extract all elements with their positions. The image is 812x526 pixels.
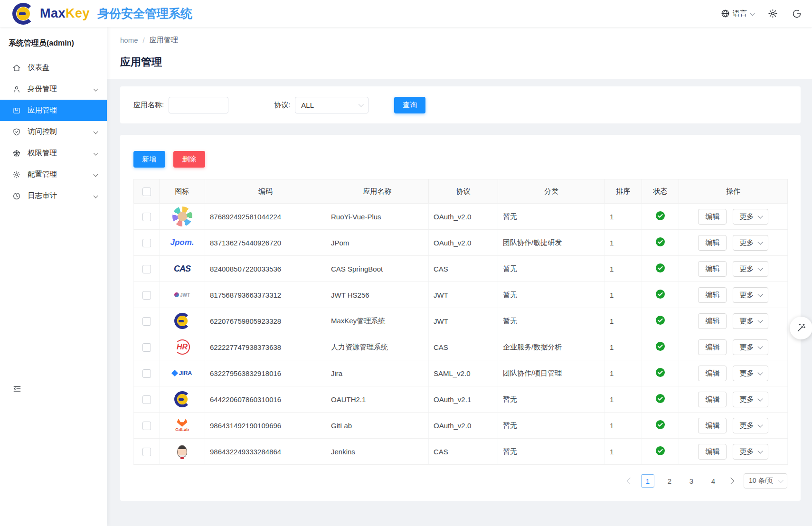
chevron-down-icon — [359, 102, 364, 107]
edit-button[interactable]: 编辑 — [698, 209, 727, 225]
edit-button[interactable]: 编辑 — [698, 287, 727, 303]
delete-button[interactable]: 删除 — [173, 151, 205, 168]
more-button[interactable]: 更多 — [733, 235, 768, 251]
sidebar-item-dashboard[interactable]: 仪表盘 — [0, 57, 107, 78]
status-active-icon — [656, 316, 665, 325]
app-name: MaxKey管理系统 — [326, 308, 429, 334]
sidebar-item-label: 日志审计 — [28, 191, 57, 201]
app-sort: 1 — [605, 282, 642, 308]
page-button-4[interactable]: 4 — [707, 474, 720, 488]
applications-table: 图标 编码 应用名称 协议 分类 排序 状态 操作 87689249258104… — [133, 179, 788, 465]
edit-button[interactable]: 编辑 — [698, 235, 727, 251]
collapse-menu-icon — [12, 384, 22, 394]
sidebar-item-label: 权限管理 — [28, 148, 57, 158]
more-button[interactable]: 更多 — [733, 392, 768, 407]
row-checkbox[interactable] — [142, 369, 151, 378]
row-checkbox[interactable] — [142, 343, 151, 352]
topbar: MaxKey 身份安全管理系统 语言 — [0, 0, 812, 27]
edit-button[interactable]: 编辑 — [698, 366, 727, 381]
more-button[interactable]: 更多 — [733, 209, 768, 225]
edit-button[interactable]: 编辑 — [698, 392, 727, 407]
row-checkbox[interactable] — [142, 422, 151, 430]
table-row: Jpom. 837136275440926720 JPom OAuth_v2.0… — [134, 230, 788, 256]
app-sort: 1 — [605, 360, 642, 386]
search-button[interactable]: 查询 — [394, 97, 425, 113]
app-logo-cas: CAS — [172, 259, 192, 279]
more-button[interactable]: 更多 — [733, 287, 768, 303]
status-active-icon — [656, 263, 665, 272]
status-active-icon — [656, 446, 665, 455]
more-button[interactable]: 更多 — [733, 261, 768, 277]
app-protocol: OAuth_v2.1 — [429, 386, 498, 413]
breadcrumb-home-link[interactable]: home — [120, 36, 138, 44]
edit-button[interactable]: 编辑 — [698, 339, 727, 355]
sidebar-item-configuration[interactable]: 配置管理 — [0, 164, 107, 185]
sidebar-item-audit-log[interactable]: 日志审计 — [0, 185, 107, 207]
sidebar-item-identity[interactable]: 身份管理 — [0, 78, 107, 100]
app-logo-maxkey — [174, 391, 190, 407]
floating-tool-button[interactable] — [790, 317, 812, 339]
row-checkbox[interactable] — [142, 448, 151, 456]
page-size-select[interactable]: 10 条/页 — [744, 473, 787, 488]
app-code: 644220607860310016 — [205, 386, 326, 413]
more-button[interactable]: 更多 — [733, 313, 768, 329]
edit-button[interactable]: 编辑 — [698, 418, 727, 433]
previous-page-icon[interactable] — [627, 478, 633, 484]
status-active-icon — [656, 290, 665, 299]
edit-button[interactable]: 编辑 — [698, 313, 727, 329]
status-active-icon — [656, 420, 665, 429]
sidebar-item-applications[interactable]: 应用管理 — [0, 100, 107, 121]
row-checkbox[interactable] — [142, 291, 151, 300]
more-button[interactable]: 更多 — [733, 444, 768, 460]
access-control-icon — [12, 128, 21, 136]
sidebar: 系统管理员(admin) 仪表盘 身份管理 应用管理 访问控制 — [0, 27, 107, 526]
row-checkbox[interactable] — [142, 213, 151, 221]
row-checkbox[interactable] — [142, 239, 151, 247]
row-checkbox[interactable] — [142, 265, 151, 273]
page-button-2[interactable]: 2 — [663, 474, 676, 488]
sidebar-item-access-control[interactable]: 访问控制 — [0, 121, 107, 142]
magic-wand-icon — [796, 323, 806, 333]
app-sort: 1 — [605, 386, 642, 413]
more-button[interactable]: 更多 — [733, 418, 768, 433]
column-header-icon: 图标 — [160, 179, 205, 204]
app-category: 暂无 — [498, 413, 605, 439]
table-row: 876892492581044224 RuoYi-Vue-Plus OAuth_… — [134, 204, 788, 230]
language-switcher[interactable]: 语言 — [721, 9, 754, 18]
page-button-3[interactable]: 3 — [685, 474, 698, 488]
app-name: JWT HS256 — [326, 282, 429, 308]
app-logo-gitlab: GitLab — [172, 415, 192, 435]
row-checkbox[interactable] — [142, 395, 151, 404]
gear-icon — [768, 9, 778, 19]
next-page-icon[interactable] — [727, 478, 734, 484]
app-protocol: OAuth_v2.0 — [429, 204, 498, 230]
select-all-checkbox[interactable] — [142, 188, 151, 196]
app-name: JPom — [326, 230, 429, 256]
edit-button[interactable]: 编辑 — [698, 261, 727, 277]
product-name: 身份安全管理系统 — [97, 6, 192, 21]
page-button-1[interactable]: 1 — [641, 474, 654, 488]
app-code: 986431492190109696 — [205, 413, 326, 439]
sidebar-collapse-button[interactable] — [12, 384, 22, 395]
app-category: 团队协作/敏捷研发 — [498, 230, 605, 256]
add-button[interactable]: 新增 — [133, 151, 165, 168]
edit-button[interactable]: 编辑 — [698, 444, 727, 460]
sidebar-item-permissions[interactable]: 权限管理 — [0, 142, 107, 164]
row-checkbox[interactable] — [142, 317, 151, 326]
settings-button[interactable] — [768, 9, 778, 19]
more-button[interactable]: 更多 — [733, 339, 768, 355]
app-category: 暂无 — [498, 282, 605, 308]
logout-button[interactable] — [792, 9, 802, 19]
app-logo-jwt: JWT — [172, 285, 192, 305]
protocol-select[interactable]: ALL — [295, 97, 368, 113]
app-name-input[interactable] — [169, 97, 228, 113]
more-button[interactable]: 更多 — [733, 366, 768, 381]
table-row: 622076759805923328 MaxKey管理系统 JWT 暂无 1 编… — [134, 308, 788, 334]
app-category: 暂无 — [498, 256, 605, 282]
app-logo-hr: HR — [172, 337, 192, 357]
chevron-down-icon — [757, 370, 763, 375]
app-category: 暂无 — [498, 439, 605, 465]
table-header-row: 图标 编码 应用名称 协议 分类 排序 状态 操作 — [134, 179, 788, 204]
app-sort: 1 — [605, 204, 642, 230]
status-active-icon — [656, 394, 665, 403]
